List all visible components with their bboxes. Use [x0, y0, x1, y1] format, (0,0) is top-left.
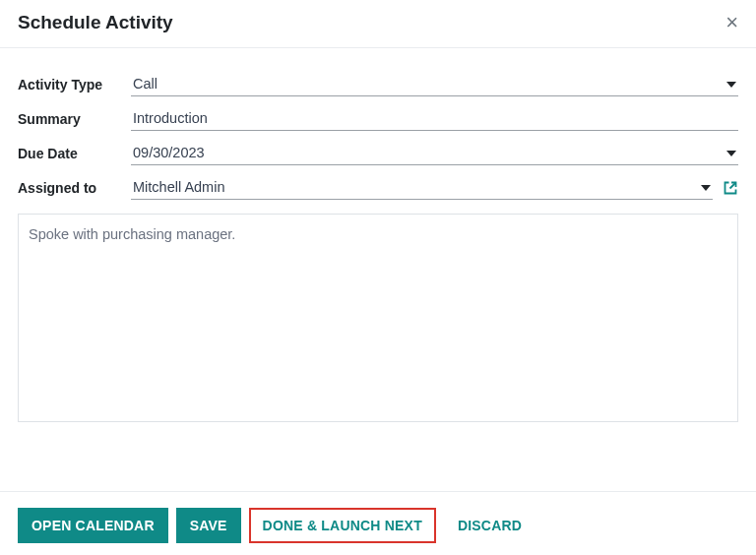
row-activity-type: Activity Type — [18, 72, 738, 96]
notes-area — [18, 214, 738, 422]
assigned-to-select[interactable] — [131, 175, 713, 200]
notes-textarea[interactable] — [29, 224, 727, 411]
save-button[interactable]: SAVE — [176, 508, 241, 543]
discard-button[interactable]: DISCARD — [444, 508, 536, 543]
modal-title: Schedule Activity — [18, 12, 173, 33]
label-summary: Summary — [18, 111, 131, 127]
field-wrap-assigned-to — [131, 175, 713, 200]
row-assigned-to: Assigned to — [18, 175, 738, 200]
label-assigned-to: Assigned to — [18, 180, 131, 196]
close-button[interactable]: × — [725, 12, 738, 33]
field-wrap-due-date — [131, 141, 738, 165]
activity-type-select[interactable] — [131, 72, 738, 96]
row-due-date: Due Date — [18, 141, 738, 165]
modal-body: Activity Type Summary Due Date — [0, 48, 756, 422]
modal-header: Schedule Activity × — [0, 0, 756, 48]
due-date-input[interactable] — [131, 141, 738, 165]
label-activity-type: Activity Type — [18, 77, 131, 92]
summary-input[interactable] — [131, 106, 738, 131]
done-launch-next-button[interactable]: DONE & LAUNCH NEXT — [249, 508, 436, 543]
modal-footer: OPEN CALENDAR SAVE DONE & LAUNCH NEXT DI… — [0, 491, 756, 555]
open-calendar-button[interactable]: OPEN CALENDAR — [18, 508, 168, 543]
field-wrap-activity-type — [131, 72, 738, 96]
schedule-activity-modal: Schedule Activity × Activity Type Summar… — [0, 0, 756, 555]
label-due-date: Due Date — [18, 146, 131, 161]
field-wrap-summary — [131, 106, 738, 131]
row-summary: Summary — [18, 106, 738, 131]
external-link-icon[interactable] — [723, 180, 738, 196]
